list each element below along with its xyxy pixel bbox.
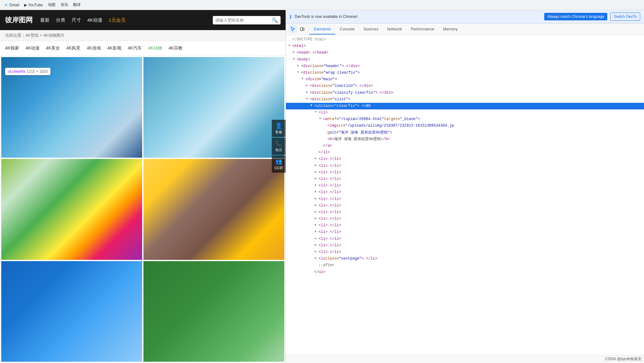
img-tag-line[interactable]: <img src = "/uploads/allimg/210307/23291… <box>286 123 644 129</box>
breadcrumb: 当前位置：4K壁纸 > 4K动物图片 <box>0 30 286 41</box>
li-11[interactable]: <li> … </li> <box>286 216 644 222</box>
bookmark-maps[interactable]: 地图 <box>47 2 57 8</box>
nav-vip[interactable]: 1元会员 <box>109 17 125 23</box>
slist-div-line[interactable]: <div class = "slist" > <box>286 96 644 103</box>
image-cell-turtle[interactable] <box>143 57 284 158</box>
tooltip-size: 1215 × 1820 <box>27 69 48 74</box>
tab-memory[interactable]: Memory <box>439 24 462 34</box>
image-grid <box>0 56 286 363</box>
html-tag-line[interactable]: <html> <box>286 43 644 50</box>
website-panel: 彼岸图网 最新 分类 尺寸 4K动漫 1元会员 🔍 当前位置：4K壁纸 > 4K… <box>0 10 286 363</box>
nav-size[interactable]: 尺寸 <box>72 17 81 23</box>
b-tag-line[interactable]: <b> 海洋 深海 莫布拉雷4k壁纸 </b> <box>286 136 644 143</box>
tab-network[interactable]: Network <box>383 24 407 34</box>
li-15[interactable]: <li> … </li> <box>286 242 644 249</box>
image-cell-butterfly[interactable] <box>1 159 142 260</box>
loaction-div-line[interactable]: <div class = "loaction" > … </div> <box>286 83 644 89</box>
li-16[interactable]: <li> … </li> <box>286 249 644 255</box>
image-cell-ocean2[interactable] <box>1 261 142 362</box>
devtools-info-text: DevTools is now available in Chinese! <box>295 14 541 19</box>
device-toolbar-icon[interactable] <box>298 25 307 34</box>
side-btn-service[interactable]: 👤 客服 <box>272 120 286 137</box>
ul-clearfix-line[interactable]: <ul class = "clearfix" > == $0 <box>286 103 644 109</box>
image-butterfly <box>1 159 142 260</box>
li-nextpage[interactable]: <li class = "nextpage" > … </li> <box>286 255 644 262</box>
main-div-line[interactable]: <div id = "main" > <box>286 76 644 83</box>
li-6[interactable]: <li> … </li> <box>286 182 644 189</box>
phone-icon: 📞 <box>275 140 282 147</box>
cat-4k-scenery[interactable]: 4K风景 <box>66 44 80 52</box>
li-4[interactable]: <li> … </li> <box>286 169 644 176</box>
tab-elements[interactable]: Elements <box>309 24 335 34</box>
search-icon[interactable]: 🔍 <box>272 17 278 23</box>
devtools-panel: ℹ DevTools is now available in Chinese! … <box>286 10 644 363</box>
info-icon: ℹ <box>290 14 292 20</box>
li-8[interactable]: <li> … </li> <box>286 196 644 203</box>
element-tooltip: ul.clearfix 1215 × 1820 <box>5 68 51 75</box>
li-9[interactable]: <li> … </li> <box>286 203 644 209</box>
li-14[interactable]: <li> … </li> <box>286 236 644 242</box>
a-href-line[interactable]: <a href = "/tupian/26984.html" target = … <box>286 116 644 123</box>
side-buttons: 👤 客服 📞 电话 👥 QQ群 <box>272 120 286 173</box>
classify-div-line[interactable]: <div class = "classify clearfix" > … </d… <box>286 90 644 96</box>
youtube-icon: ▶ <box>24 3 27 7</box>
search-input[interactable] <box>215 18 272 23</box>
gmail-icon: 📧 <box>4 3 8 7</box>
devtools-info-bar: ℹ DevTools is now available in Chinese! … <box>286 10 644 24</box>
header-div-line[interactable]: <div class = "header" > … </div> <box>286 63 644 70</box>
cat-4k-religion[interactable]: 4K宗教 <box>169 44 183 52</box>
li-12[interactable]: <li> … </li> <box>286 222 644 229</box>
bookmark-news[interactable]: 资讯 <box>59 2 69 8</box>
li-10[interactable]: <li> … </li> <box>286 209 644 216</box>
img-alt-line[interactable]: g alt = "海洋 深海 莫布拉雷4k壁纸" > <box>286 129 644 136</box>
image-cell-green[interactable] <box>143 261 284 362</box>
ul-close-line[interactable]: </ul> <box>286 269 644 276</box>
nav-category[interactable]: 分类 <box>56 17 65 23</box>
image-cell-horse[interactable] <box>143 159 284 260</box>
tooltip-class-name: ul.clearfix <box>8 69 25 74</box>
bookmarks-bar: 📧 Gmail ▶ YouTube 地图 资讯 翻译 <box>0 0 644 10</box>
side-btn-qq[interactable]: 👥 QQ群 <box>272 155 286 173</box>
bookmark-translate[interactable]: 翻译 <box>72 2 82 8</box>
element-picker-icon[interactable] <box>288 25 297 34</box>
body-line[interactable]: <body> <box>286 56 644 63</box>
svg-rect-1 <box>303 28 304 30</box>
cat-4k-film[interactable]: 4K影视 <box>107 44 121 52</box>
tab-performance[interactable]: Performance <box>406 24 438 34</box>
wrap-div-line[interactable]: <div class = "wrap clearfix" > <box>286 70 644 76</box>
a-close-line[interactable]: </a> <box>286 143 644 149</box>
nav-4k-anime[interactable]: 4K动漫 <box>87 17 102 23</box>
bookmark-youtube[interactable]: ▶ YouTube <box>23 2 44 8</box>
site-logo: 彼岸图网 <box>5 15 33 25</box>
svg-rect-0 <box>300 28 303 31</box>
cat-4k-games[interactable]: 4K游戏 <box>87 44 101 52</box>
side-btn-phone[interactable]: 📞 电话 <box>272 138 286 155</box>
li-13[interactable]: <li> … </li> <box>286 229 644 235</box>
qq-label: QQ群 <box>274 166 283 170</box>
cat-4k-beauty[interactable]: 4K美女 <box>46 44 60 52</box>
bookmark-gmail[interactable]: 📧 Gmail <box>3 2 20 8</box>
head-line[interactable]: <head> … </head> <box>286 50 644 56</box>
li-close-line[interactable]: </li> <box>286 149 644 156</box>
devtools-footer: CSDN @jojo米根易安 <box>286 355 644 363</box>
image-green <box>143 261 284 362</box>
cat-4k-exclusive[interactable]: 4K独家 <box>5 44 19 52</box>
main-container: 彼岸图网 最新 分类 尺寸 4K动漫 1元会员 🔍 当前位置：4K壁纸 > 4K… <box>0 10 644 363</box>
devtools-tabs: Elements Console Sources Network Perform… <box>309 24 462 34</box>
tab-sources[interactable]: Sources <box>359 24 383 34</box>
li-5[interactable]: <li> … </li> <box>286 176 644 182</box>
li-first-line[interactable]: <li> <box>286 109 644 116</box>
match-language-button[interactable]: Always match Chrome's language <box>544 13 607 20</box>
phone-label: 电话 <box>275 148 282 152</box>
doctype-line[interactable]: <!DOCTYPE html> <box>286 36 644 43</box>
cat-4k-cars[interactable]: 4K汽车 <box>128 44 142 52</box>
devtools-toolbar: Elements Console Sources Network Perform… <box>286 24 644 35</box>
li-2[interactable]: <li> … </li> <box>286 156 644 162</box>
li-7[interactable]: <li> … </li> <box>286 189 644 196</box>
cat-4k-animals[interactable]: 4K动物 <box>148 44 162 52</box>
switch-devto-button[interactable]: Switch DevTo <box>610 13 640 21</box>
li-3[interactable]: <li> … </li> <box>286 163 644 169</box>
tab-console[interactable]: Console <box>335 24 359 34</box>
nav-latest[interactable]: 最新 <box>40 17 50 23</box>
cat-4k-anime[interactable]: 4K动漫 <box>25 44 40 52</box>
